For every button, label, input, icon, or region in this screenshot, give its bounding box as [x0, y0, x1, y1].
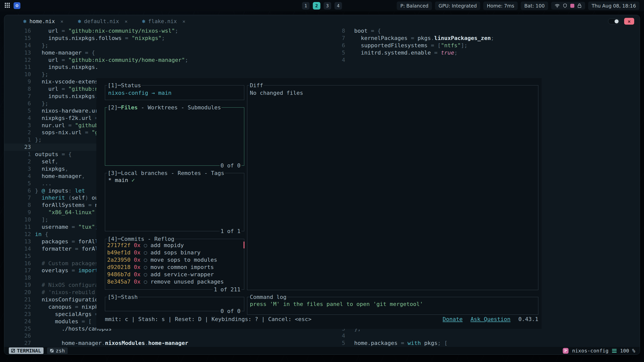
logo-badge[interactable]: ⚙: [14, 2, 20, 9]
line-number: 8: [335, 27, 347, 35]
tab-close-icon[interactable]: ×: [182, 18, 185, 24]
code-text: in {: [35, 231, 48, 238]
code-line[interactable]: 5home.packages = with pkgs; [: [335, 340, 640, 347]
code-text: } @ inputs: let: [35, 187, 85, 195]
nix-snowflake-icon: ❄: [23, 19, 27, 24]
commits-list: 2717f2f 0x ○ add mopidyb49ef1d 0x ○ add …: [105, 239, 244, 285]
line-number: 14: [4, 42, 33, 49]
status-panel[interactable]: [1]─Status nixos-config → main: [105, 85, 244, 100]
tab-close-icon[interactable]: ×: [125, 18, 128, 24]
workspace-button-2[interactable]: 2: [313, 2, 320, 10]
shell-tab[interactable]: zsh: [47, 347, 68, 354]
editor-tab-home.nix[interactable]: ❄home.nix×: [23, 18, 63, 24]
code-line[interactable]: 26: [4, 332, 335, 340]
commit-row[interactable]: 8e345a7 0x ○ remove unused packages: [107, 278, 244, 285]
code-line[interactable]: 14 };: [4, 42, 335, 49]
tab-close-icon[interactable]: ×: [60, 18, 63, 24]
code-text: kernelPackages = pkgs.linuxPackages_zen;: [354, 35, 494, 42]
window-close-button[interactable]: ×: [624, 18, 634, 25]
code-text: forAllSystems = n: [35, 202, 98, 209]
code-text: url = "github:nix-community/home-manager…: [35, 57, 188, 64]
wifi-icon[interactable]: [555, 4, 560, 8]
diff-panel-title: Diff: [250, 82, 263, 88]
code-line[interactable]: 13 home-manager = {: [4, 49, 335, 57]
code-line[interactable]: 12 url = "github:nix-community/home-mana…: [4, 57, 335, 64]
files-panel-title: Files: [121, 104, 138, 111]
code-line[interactable]: 16 url = "github:nix-community/nixos-wsl…: [4, 27, 335, 35]
line-number: [335, 64, 347, 71]
line-number: 1: [4, 136, 33, 144]
code-line[interactable]: 8boot = {: [335, 27, 640, 35]
command-log-panel[interactable]: Command log press 'M' in the files panel…: [247, 297, 538, 315]
line-number: 3: [4, 165, 33, 173]
code-line[interactable]: 4: [335, 332, 640, 340]
stash-panel[interactable]: [5]─Stash 0 of 0: [105, 297, 244, 311]
status-pill: Home: 7ms: [483, 2, 518, 10]
line-number: 4: [4, 115, 33, 122]
ask-question-link[interactable]: Ask Question: [470, 316, 510, 322]
code-line[interactable]: [335, 71, 640, 78]
code-line[interactable]: 4: [335, 57, 640, 64]
workspaces: 1234: [302, 2, 342, 10]
commit-row[interactable]: 2a23950 0x ○ move sops to modules: [107, 256, 244, 263]
line-number: 2: [4, 158, 33, 165]
code-line[interactable]: 5 initrd.systemd.enable = true;: [335, 49, 640, 57]
palette-icon[interactable]: [570, 4, 574, 8]
gear-icon: ⚙: [15, 3, 19, 8]
code-text: nixpkgs-f2k.url =: [35, 115, 98, 122]
code-line[interactable]: 10 };: [4, 71, 335, 78]
branches-panel-title: Local branches: [121, 170, 168, 176]
stash-counter: 0 of 0: [220, 307, 242, 315]
code-line[interactable]: [335, 64, 640, 71]
donate-link[interactable]: Donate: [443, 316, 463, 322]
line-number: 16: [4, 260, 33, 267]
commit-row[interactable]: b49ef1d 0x ○ add sops binary: [107, 249, 244, 256]
stash-panel-number: [5]─: [108, 294, 121, 300]
code-text: # NixOS configura: [35, 282, 98, 289]
shield-icon[interactable]: [563, 3, 567, 8]
diff-panel[interactable]: Diff No changed files: [247, 85, 538, 290]
commit-row[interactable]: d920218 0x ○ move common imports: [107, 263, 244, 271]
line-number: 9: [4, 209, 33, 216]
line-number: 24: [4, 318, 33, 325]
editor-tab-default.nix[interactable]: ❄default.nix×: [77, 18, 128, 24]
window-toggle[interactable]: [608, 18, 620, 24]
lock-icon[interactable]: [577, 3, 582, 8]
line-number: 8: [4, 202, 33, 209]
commits-panel[interactable]: [4]─Commits - Reflog 2717f2f 0x ○ add mo…: [105, 239, 244, 290]
commit-row[interactable]: 2717f2f 0x ○ add mopidy: [107, 242, 244, 249]
code-line[interactable]: 27 home-manager.nixosModules.home-manage…: [4, 340, 335, 347]
branch-name: * main: [108, 177, 132, 183]
code-text: sops-nix.url = "g: [35, 129, 98, 136]
files-panel[interactable]: [2]─Files - Worktrees - Submodules 0 of …: [105, 107, 244, 166]
code-line[interactable]: 15 inputs.nixpkgs.follows = "nixpkgs";: [4, 35, 335, 42]
code-line[interactable]: 6 supportedFilesystems = ["ntfs"];: [335, 42, 640, 49]
commits-scrollbar[interactable]: [244, 242, 245, 248]
clock: Thu Aug 08, 18:16: [588, 2, 639, 10]
code-text: };: [35, 100, 48, 107]
line-number: 16: [4, 27, 33, 35]
line-number: 19: [4, 282, 33, 289]
list-icon[interactable]: [612, 349, 617, 353]
branches-panel[interactable]: [3]─Local branches - Remotes - Tags * ma…: [105, 173, 244, 231]
diff-content: No changed files: [247, 85, 538, 97]
editor-tab-flake.nix[interactable]: ❄flake.nix×: [142, 18, 185, 24]
code-line[interactable]: 11 inputs.nixpkgs.: [4, 64, 335, 71]
commit-row[interactable]: 9486b7d 0x ○ add service-wrapper: [107, 271, 244, 278]
editor-area: 16 url = "github:nix-community/nixos-wsl…: [4, 27, 640, 347]
workspace-button-3[interactable]: 3: [324, 2, 331, 10]
line-number: 15: [4, 35, 33, 42]
files-counter: 0 of 0: [220, 162, 242, 169]
app-launcher-grid-icon[interactable]: [5, 3, 10, 9]
line-number: 4: [4, 173, 33, 180]
code-text: # 'nixos-rebuild: [35, 289, 95, 296]
workspace-button-4[interactable]: 4: [335, 2, 342, 10]
version-label: 0.43.1: [518, 316, 538, 322]
code-line[interactable]: 7 kernelPackages = pkgs.linuxPackages_ze…: [335, 35, 640, 42]
files-panel-subtitle: - Worktrees - Submodules: [138, 104, 221, 111]
terminal-window: ❄home.nix×❄default.nix×❄flake.nix× × 16 …: [4, 15, 640, 355]
line-number: 27: [4, 340, 33, 347]
workspace-button-1[interactable]: 1: [302, 2, 310, 10]
code-text: };: [35, 71, 48, 78]
terminal-mode-icon: [11, 349, 15, 352]
